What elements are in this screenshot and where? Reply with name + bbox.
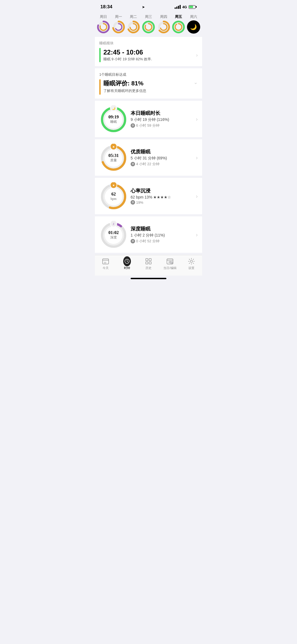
svg-point-29 [177,25,180,29]
battery-icon [189,5,197,9]
svg-text:bpm: bpm [111,197,117,201]
svg-text:★: ★ [112,145,115,148]
svg-point-4 [102,25,105,29]
sleep-time-range: 22:45 - 10:06 [103,48,193,56]
sleep-time-row[interactable]: 22:45 - 10:06 睡眠 9 小时 19 分钟 82% 效率. › [99,48,198,62]
svg-text:睡眠: 睡眠 [110,120,117,124]
metric-info-duration: 本日睡眠时长 9 小时 19 分钟 (116%) ⑦ 6 小时 59 分钟 [131,110,192,128]
svg-point-14 [132,25,135,29]
week-day-monday[interactable]: 周一 [112,14,125,34]
ring-thursday [157,20,170,34]
svg-text:05:31: 05:31 [108,153,119,158]
score-info: 睡眠评价: 81% 了解有关睡眠环的更多信息 [103,79,191,93]
metric-card-heartrate[interactable]: 62 bpm ♥ 心率沉浸 62 bpm 13% ★★★★☆ ⑦ 19% › [95,178,202,214]
week-day-label-tuesday: 周二 [130,14,137,19]
metric-title-duration: 本日睡眠时长 [131,110,192,116]
metric-value-duration: 9 小时 19 分钟 (116%) [131,117,192,122]
svg-point-49 [105,188,122,205]
sleep-time-info: 22:45 - 10:06 睡眠 9 小时 19 分钟 82% 效率. [103,48,193,62]
metric-avg-duration: ⑦ 6 小时 59 分钟 [131,123,192,128]
sleep-module-chevron: › [196,52,198,58]
signal-bars [175,5,181,9]
week-day-friday[interactable]: 周五 [172,14,185,34]
ring-monday [112,20,125,34]
svg-text:♥: ♥ [113,184,115,187]
sleep-score-row[interactable]: 睡眠评价: 81% 了解有关睡眠环的更多信息 ⌄ [99,79,198,95]
svg-text:30: 30 [104,261,106,264]
nav-clock-icon [123,257,131,265]
nav-edit[interactable]: 当日/编辑 [162,257,178,270]
signal-4g: 4G [182,5,187,9]
svg-point-24 [162,25,165,29]
nav-edit-label: 当日/编辑 [163,266,176,270]
ring-wednesday [142,20,155,34]
nav-settings[interactable]: 设置 [183,257,200,270]
metric-value-heartrate: 62 bpm 13% ★★★★☆ [131,195,192,199]
week-day-label-friday: 周五 [175,14,182,19]
metric-value-deep: 1 小时 2 分钟 (11%) [131,233,192,238]
nav-history-icon [145,257,152,265]
nav-today-icon: 30 [102,257,109,265]
metric-chevron-quality: › [196,154,198,161]
status-time: 18:34 [100,4,112,10]
metric-card-deep[interactable]: 01:02 深度 Z 深度睡眠 1 小时 2 分钟 (11%) ⑦ 0 小时 5… [95,216,202,253]
week-day-label-thursday: 周四 [160,14,167,19]
nav-edit-icon [166,257,174,265]
svg-text:62: 62 [111,192,116,196]
nav-history-label: 历史 [145,266,152,270]
metric-title-quality: 优质睡眠 [131,148,192,155]
metric-chevron-heartrate: › [196,193,198,199]
metric-card-quality[interactable]: 05:31 质量 ★ 优质睡眠 5 小时 31 分钟 (69%) ⑦ 4 小时 … [95,139,202,176]
week-day-tuesday[interactable]: 周二 [127,14,140,34]
metric-cards: 09:19 睡眠 🌙 本日睡眠时长 9 小时 19 分钟 (116%) ⑦ 6 … [95,101,202,253]
metric-title-deep: 深度睡眠 [131,225,192,232]
sleep-module-label: 睡眠模块 [99,41,198,46]
week-day-saturday[interactable]: 周六 🌙 [187,14,200,34]
week-day-wednesday[interactable]: 周三 [142,14,155,34]
nav-today[interactable]: 30 今天 [97,257,114,270]
sleep-module: 睡眠模块 22:45 - 10:06 睡眠 9 小时 19 分钟 82% 效率.… [95,37,202,66]
metric-chevron-duration: › [196,116,198,122]
week-day-sunday[interactable]: 周日 [97,14,110,34]
svg-text:09:19: 09:19 [108,115,119,119]
score-title: 睡眠评价: 81% [103,79,191,88]
metric-info-deep: 深度睡眠 1 小时 2 分钟 (11%) ⑦ 0 小时 52 分钟 [131,225,192,244]
svg-point-19 [147,25,150,29]
week-day-label-wednesday: 周三 [145,14,152,19]
svg-text:深度: 深度 [110,235,117,239]
ring-tuesday [127,20,140,34]
ring-heartrate: 62 bpm ♥ [99,182,127,210]
home-indicator [131,278,166,279]
nav-settings-label: 设置 [188,266,194,270]
ring-sunday [97,20,110,34]
svg-point-33 [105,111,122,128]
metric-chevron-deep: › [196,232,198,238]
metric-avg-deep: ⑦ 0 小时 52 分钟 [131,239,192,244]
nav-clock[interactable]: 时钟 [119,257,135,270]
goal-label: 1个睡眠目标达成 [99,72,198,77]
week-day-label-monday: 周一 [115,14,122,19]
metric-info-heartrate: 心率沉浸 62 bpm 13% ★★★★☆ ⑦ 19% [131,188,192,205]
svg-text:01:02: 01:02 [108,230,119,235]
metric-card-duration[interactable]: 09:19 睡眠 🌙 本日睡眠时长 9 小时 19 分钟 (116%) ⑦ 6 … [95,101,202,137]
nav-today-label: 今天 [103,266,109,270]
week-day-thursday[interactable]: 周四 [157,14,170,34]
score-chevron-down: ⌄ [194,79,198,85]
metric-value-quality: 5 小时 31 分钟 (69%) [131,156,192,161]
location-icon: ➤ [142,5,145,9]
sleep-duration-text: 睡眠 9 小时 19 分钟 82% 效率. [103,57,193,62]
status-bar: 18:34 ➤ 4G [95,0,202,12]
moon-icon: 🌙 [190,24,197,30]
ring-duration: 09:19 睡眠 🌙 [99,105,127,133]
ring-quality: 05:31 质量 ★ [99,144,127,171]
green-bar [99,48,101,62]
nav-clock-label: 时钟 [124,266,130,270]
nav-history[interactable]: 历史 [140,257,157,270]
metric-info-quality: 优质睡眠 5 小时 31 分钟 (69%) ⑦ 4 小时 22 分钟 [131,148,192,167]
week-day-label-sunday: 周日 [100,14,107,19]
ring-friday [172,20,185,34]
svg-rect-70 [146,262,148,264]
svg-rect-68 [146,259,148,261]
svg-point-41 [105,149,122,167]
orange-bar [99,79,101,95]
